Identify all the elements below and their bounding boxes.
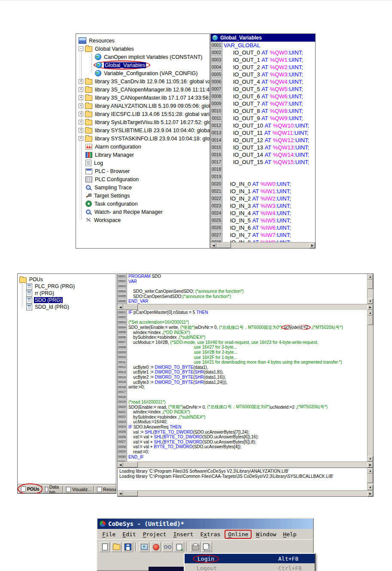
tree-label: library 3S_CANopenManager.lib 12.9.06 11…: [94, 87, 210, 93]
code-area[interactable]: 0001VAR_GLOBAL0002 IO_OUT_0 AT %QW0:UINT…: [211, 42, 315, 242]
scroll-up-button[interactable]: ▲: [368, 468, 373, 474]
tab-data-typ[interactable]: Data typ...: [43, 486, 64, 493]
menu-project[interactable]: Project: [140, 530, 170, 538]
toolbar-download-icon-button[interactable]: [139, 542, 149, 552]
tab-visualiz[interactable]: Visualiz...: [64, 486, 94, 493]
toolbar-copy-icon-button[interactable]: [202, 542, 212, 552]
toolbar-add-doc-icon-button[interactable]: [174, 542, 184, 552]
tree-item-body: library 3S_CANopenManager.lib 12.9.06 11…: [85, 86, 210, 93]
scroll-thumb[interactable]: [368, 279, 373, 289]
menu-accelerator: W: [256, 531, 259, 538]
scroll-thumb[interactable]: [368, 316, 373, 325]
tree-item-library[interactable]: +library ANALYZATION.LIB 5.10.99 09:05:0…: [76, 102, 210, 110]
declaration-area[interactable]: 0001PROGRAM SDO0002VAR00030004 SDO_write…: [118, 274, 367, 304]
tree-item-sdo-id-prg[interactable]: SDO_Id (PRG): [18, 304, 116, 310]
horizontal-scrollbar[interactable]: ◀▶: [118, 490, 373, 496]
code-body-area[interactable]: 0001IF pCanOpenMaster[0].nStatus = 5 THE…: [118, 310, 367, 462]
menu-insert[interactable]: Insert: [170, 530, 197, 538]
title-bar[interactable]: CoDeSys - (Untitled)*: [97, 519, 313, 529]
scroll-down-button[interactable]: ▼: [368, 485, 373, 490]
menu-item-logout[interactable]: LogoutCtrl+F8: [185, 563, 315, 571]
scroll-left-button[interactable]: ◀: [211, 243, 216, 248]
tree-item-library[interactable]: +library 3S_CANopenMaster.lib 17.1.07 14…: [76, 94, 210, 102]
tree-item-variable-configuration-var-config[interactable]: Variable_Configuration (VAR_CONFIG): [76, 69, 210, 77]
message-log[interactable]: Loading library 'C:\Program Files\3S Sof…: [118, 468, 367, 490]
scroll-track[interactable]: [231, 243, 310, 248]
menu-accelerator: x: [204, 531, 207, 538]
scroll-up-button[interactable]: ▲: [368, 274, 373, 279]
collapse-box[interactable]: −: [79, 46, 83, 51]
scroll-left-button[interactable]: ◀: [118, 304, 123, 310]
resources-tree-panel[interactable]: Resources−Global VariablesCanOpen implic…: [76, 33, 210, 249]
tree-item-sdo-prg[interactable]: SDO (PRG): [18, 297, 116, 304]
tree-item-rr-prg[interactable]: rr (PRG): [18, 290, 116, 297]
tree-item-library[interactable]: +library SysLibTargetVisu.lib 5.12.07 16…: [76, 118, 210, 126]
menu-edit[interactable]: Edit: [119, 530, 139, 538]
scroll-right-button[interactable]: ▶: [368, 304, 373, 310]
tree-item-watch-and-recipe-manager[interactable]: Watch- and Recipe Manager: [76, 208, 210, 216]
editor-title-bar[interactable]: Global_Variables: [211, 34, 315, 42]
scroll-left-button[interactable]: ◀: [118, 491, 123, 496]
toolbar-save-icon-button[interactable]: [123, 542, 133, 552]
tree-item-sampling-trace[interactable]: Sampling Trace: [76, 183, 210, 191]
tree-folder-global-variables[interactable]: −Global Variables: [76, 45, 210, 53]
horizontal-scrollbar[interactable]: ◀▶: [211, 242, 315, 248]
menu-help[interactable]: Help: [280, 530, 300, 538]
tree-item-library[interactable]: +library SYSTASKINFO.LIB 23.9.04 10:04:1…: [76, 134, 210, 143]
tree-folder-pous[interactable]: POUs: [18, 276, 116, 283]
scroll-track[interactable]: [138, 304, 368, 310]
horizontal-scrollbar[interactable]: ◀▶: [118, 304, 373, 310]
scroll-down-button[interactable]: ▼: [368, 298, 373, 304]
menu-online[interactable]: Online: [225, 530, 252, 539]
tree-item-plc-prg-prg[interactable]: PLC_PRG (PRG): [18, 283, 116, 290]
scroll-track[interactable]: [368, 325, 373, 456]
menu-file[interactable]: File: [99, 530, 119, 538]
tree-item-workspace[interactable]: Workspace: [76, 216, 210, 224]
tree-item-plc-browser[interactable]: PLC - Browser: [76, 167, 210, 175]
toolbar-print-icon-button[interactable]: [190, 542, 201, 552]
code-segment: (SDO.ucAnswerBytes[6]),16);: [202, 434, 258, 439]
scroll-down-button[interactable]: ▼: [368, 456, 373, 462]
tree-item-plc-configuration[interactable]: PLC Configuration: [76, 175, 210, 183]
scroll-left-button[interactable]: ◀: [118, 462, 123, 468]
menu-item-login[interactable]: LoginAlt+F8: [185, 554, 315, 563]
scroll-track[interactable]: [138, 491, 368, 496]
vertical-scrollbar[interactable]: ▲▼: [367, 274, 373, 304]
tree-item-library[interactable]: +library SYSLIBTIME.LIB 23.9.04 10:04:40…: [76, 126, 210, 134]
tree-item-global-variables[interactable]: Global_Variables: [76, 61, 210, 69]
scroll-up-button[interactable]: ▲: [368, 310, 373, 316]
horizontal-scrollbar[interactable]: ◀▶: [118, 462, 373, 468]
tree-item-alarm-configuration[interactable]: Alarm configuration: [76, 143, 210, 151]
scroll-right-button[interactable]: ▶: [310, 243, 315, 248]
tree-item-library[interactable]: +library 3S_CANopenManager.lib 12.9.06 1…: [76, 85, 210, 94]
tree-item-task-configuration[interactable]: Task configuration: [76, 200, 210, 208]
scroll-track[interactable]: [368, 289, 373, 298]
tree-item-target-settings[interactable]: Target Settings: [76, 191, 210, 200]
scroll-thumb[interactable]: [368, 474, 373, 483]
scroll-thumb[interactable]: [123, 462, 138, 468]
toolbar-open-folder-icon-button[interactable]: [111, 542, 122, 552]
tree-item-library[interactable]: +library IECSFC.LIB 13.4.06 15:51:28: gl…: [76, 110, 210, 118]
scroll-right-button[interactable]: ▶: [368, 491, 373, 496]
pou-tree[interactable]: POUsPLC_PRG (PRG)rr (PRG)SDO (PRG)SDO_Id…: [18, 276, 116, 310]
tab-resourc[interactable]: Resourc...: [94, 486, 116, 493]
toolbar-stop-icon-button[interactable]: [151, 542, 161, 552]
scroll-track[interactable]: [138, 462, 368, 468]
tab-pous[interactable]: POUs: [18, 485, 42, 493]
scroll-thumb[interactable]: [123, 491, 138, 496]
vertical-scrollbar[interactable]: ▲▼: [367, 310, 373, 462]
menu-extras[interactable]: Extras: [197, 530, 224, 538]
tree-item-canopen-implicit-variables-constant[interactable]: CanOpen implicit Variables (CONSTANT): [76, 53, 210, 61]
toolbar-glasses-icon-button[interactable]: [162, 542, 173, 552]
vertical-scrollbar[interactable]: ▲▼: [367, 468, 373, 490]
tree-item-library[interactable]: +library 3S_CanDrv.lib 12.9.06 11:05:16:…: [76, 77, 210, 85]
toolbar-new-file-icon-button[interactable]: [100, 542, 110, 552]
scroll-right-button[interactable]: ▶: [368, 462, 373, 468]
menu-window[interactable]: Window: [252, 530, 280, 538]
tree-item-library-manager[interactable]: Library Manager: [76, 151, 210, 159]
tree-item-log[interactable]: Log: [76, 159, 210, 167]
code-line-row: 0023 ucModus:=16#40;: [118, 419, 367, 425]
tree-root-resources[interactable]: Resources: [76, 36, 210, 45]
scroll-thumb[interactable]: [216, 243, 231, 248]
scroll-thumb[interactable]: [123, 304, 138, 310]
